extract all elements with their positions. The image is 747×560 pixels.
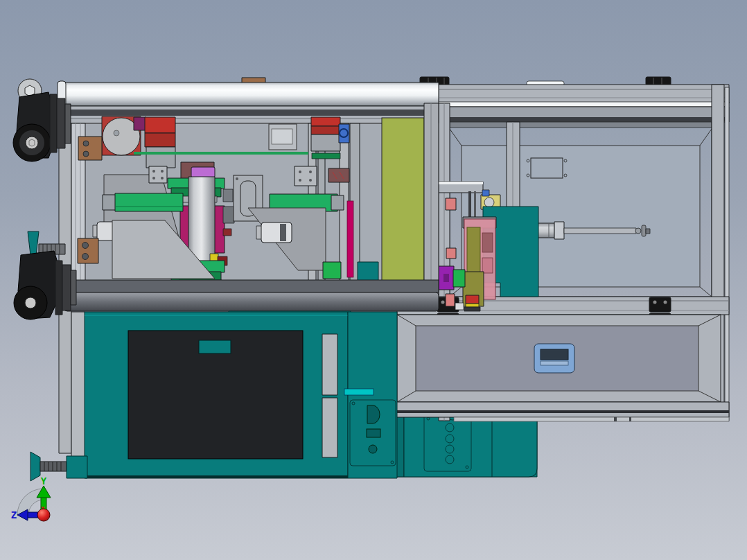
lower-rail[interactable] (64, 280, 439, 292)
beam-slot (388, 410, 729, 413)
belt-line (134, 152, 308, 155)
hinge-clip-top-right[interactable] (646, 77, 671, 85)
y-axis-label: Y (41, 475, 47, 487)
sensor-block[interactable] (446, 294, 455, 306)
violet-coupler (191, 167, 215, 177)
air-cylinder-right[interactable] (256, 222, 292, 243)
cyan-strip (344, 389, 374, 395)
green-block[interactable] (323, 262, 341, 279)
bottom-strip (454, 417, 729, 421)
panel-handle[interactable] (199, 340, 231, 353)
blue-bearing[interactable] (339, 124, 349, 143)
white-cap (455, 303, 464, 310)
gray-box[interactable] (269, 124, 297, 150)
rod-coupler (554, 222, 564, 239)
bolt-block-right[interactable] (295, 166, 317, 186)
wheel-hub (26, 137, 38, 149)
window-top-rail (450, 122, 712, 128)
cad-scene[interactable]: Y Z x (0, 0, 747, 560)
sensor-block[interactable] (446, 198, 456, 210)
pink-strip (347, 201, 353, 277)
olive-panel[interactable] (382, 118, 424, 281)
rail-slot (59, 110, 439, 116)
right-enclosure-frame[interactable] (388, 77, 729, 421)
handle-lip (541, 361, 568, 365)
origin-ball[interactable] (37, 509, 50, 521)
dark-beam[interactable] (64, 292, 439, 311)
enclosure-bottom-beam[interactable] (388, 402, 729, 417)
purple-block (134, 117, 146, 130)
maroon-block-small[interactable] (328, 168, 349, 182)
red-block-left[interactable] (145, 117, 175, 168)
wheel-hub (25, 297, 36, 308)
enclosure-door[interactable] (397, 315, 721, 402)
rod-shaft (564, 228, 636, 234)
d-cutout (367, 405, 380, 423)
round-cutout (369, 445, 377, 453)
handle-slot (541, 349, 568, 360)
rod-tip-disc (642, 225, 646, 236)
post-right-edge (725, 87, 729, 421)
base-cabinet[interactable] (71, 312, 397, 478)
blue-fitting (482, 190, 489, 196)
sensor-block[interactable] (446, 248, 456, 259)
guide-rod (468, 191, 471, 219)
rod-tip-nub (646, 229, 650, 234)
pulley-unit[interactable] (102, 116, 146, 155)
motor-mount-bracket[interactable] (78, 137, 102, 160)
enclosure-top-beam[interactable] (439, 85, 729, 103)
screw (82, 243, 89, 249)
axis-triad[interactable]: Y Z x (11, 475, 51, 521)
cabinet-left-column (71, 312, 85, 460)
roller-beam[interactable] (59, 82, 439, 106)
mount-plate (78, 238, 98, 263)
gray-inset-bottom (322, 398, 337, 457)
guide-rod (474, 191, 476, 219)
teal-fin (28, 231, 39, 255)
red-ring-stack[interactable] (464, 295, 480, 311)
beam-slot (439, 117, 729, 121)
z-axis-label: Z (11, 509, 17, 520)
screw (83, 141, 89, 146)
cad-viewport[interactable]: Y Z x (0, 0, 747, 560)
bolt-block-left[interactable] (149, 166, 167, 183)
foot-mount-block (67, 456, 87, 478)
beam-highlight (439, 102, 729, 107)
leveling-foot[interactable] (30, 452, 87, 481)
rect-cutout (367, 429, 380, 437)
rod-tip-ball (635, 228, 641, 234)
door-handle[interactable] (534, 344, 574, 373)
screw (83, 151, 89, 157)
gray-inset-top (322, 334, 337, 395)
green-cylinder[interactable] (453, 270, 465, 287)
screw (82, 254, 89, 260)
foot-pad (30, 452, 40, 481)
roller-arm-left[interactable] (103, 193, 183, 211)
